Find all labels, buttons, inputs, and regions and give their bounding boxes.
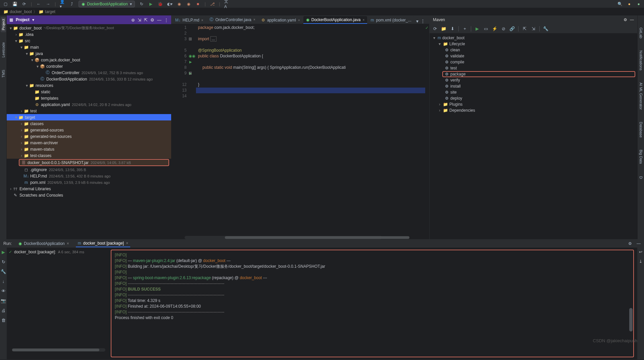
bigdata-tab[interactable]: Big Data — [638, 148, 644, 166]
tree-row[interactable]: ›📁.idea — [7, 31, 171, 38]
save-icon[interactable]: 💾 — [12, 1, 17, 7]
tree-row[interactable]: ▾📁src — [7, 38, 171, 44]
tree-row[interactable]: ▾📁resources — [7, 82, 171, 89]
download-icon[interactable]: ⬇ — [450, 26, 455, 31]
back-icon[interactable]: ← — [36, 1, 41, 7]
tab-appyaml[interactable]: ⚙application.yaml× — [259, 16, 303, 24]
refresh-run-icon[interactable]: ↻ — [139, 1, 144, 7]
tree-row[interactable]: ⚙application.yaml2024/6/9, 14:02, 20 B 2… — [7, 101, 171, 108]
collapse-icon[interactable]: ⇱ — [144, 17, 148, 22]
expand-icon[interactable]: ⇲ — [138, 17, 141, 22]
tree-row[interactable]: ▾📁java — [7, 50, 171, 57]
sync-icon[interactable]: ⟳ — [21, 1, 27, 7]
gear-icon[interactable]: ⚙ — [628, 241, 632, 246]
print-icon[interactable]: 🖨 — [1, 308, 6, 313]
expand-all-icon[interactable]: ⇲ — [531, 26, 536, 31]
avatar2-icon[interactable]: ● — [636, 1, 641, 7]
more-icon[interactable]: ⋮ — [164, 17, 168, 22]
tree-row[interactable]: ›📁classes — [7, 120, 171, 127]
forward-icon[interactable]: → — [45, 1, 51, 7]
reload-icon[interactable]: ⟳ — [432, 26, 438, 31]
maven-lifecycle[interactable]: ▾📁Lifecycle — [430, 41, 637, 47]
code-area[interactable]: 1235 6 7▶ 8 9▶ 121314 ⊞ ◉◉ ⊞ package com… — [171, 24, 429, 239]
close-icon[interactable]: × — [67, 241, 69, 246]
database-tab[interactable]: Database — [638, 120, 644, 140]
tree-row-target[interactable]: ▾📁target — [7, 114, 171, 120]
hide-icon[interactable]: — — [630, 17, 634, 22]
tab-dockerbootapp[interactable]: ◉DockerBootApplication.java× — [303, 16, 367, 24]
hide-icon[interactable]: — — [637, 241, 641, 246]
stop-icon[interactable]: ■ — [195, 1, 201, 7]
tab-ordercontroller[interactable]: ⒸOrderController.java× — [207, 15, 258, 24]
tree-row[interactable]: ›📁maven-archiver — [7, 140, 171, 146]
hide-icon[interactable]: — — [157, 17, 161, 22]
scroll-end-icon[interactable]: ⤓ — [639, 259, 642, 264]
close-icon[interactable]: × — [363, 18, 365, 22]
tree-row[interactable]: ›📁test — [7, 108, 171, 114]
debug-icon[interactable]: 🐞 — [158, 1, 163, 7]
d-tab[interactable]: D — [638, 174, 644, 181]
error-stripe[interactable]: ✓ — [425, 24, 429, 239]
close-icon[interactable]: × — [253, 18, 255, 21]
breadcrumb-path[interactable]: target — [45, 9, 55, 14]
tab-help[interactable]: M↓HELP.md× — [172, 16, 206, 24]
gear-icon[interactable]: ⚙ — [150, 17, 154, 22]
search-icon[interactable]: 🔍 — [617, 1, 623, 7]
toggle-offline-icon[interactable]: ⚡ — [492, 26, 497, 31]
tree-row[interactable]: ›📁test-classes — [7, 152, 171, 159]
attach2-icon[interactable]: ◉ — [186, 1, 191, 7]
add-icon[interactable]: + — [462, 26, 467, 31]
maven-phase-package[interactable]: ⚙package — [442, 71, 635, 77]
eye-icon[interactable]: 👁 — [1, 289, 6, 294]
camera-icon[interactable]: 📷 — [1, 298, 6, 303]
trash-icon[interactable]: 🗑 — [1, 318, 6, 323]
run-tab-package[interactable]: mdocker_boot [package]× — [76, 240, 130, 247]
run-maven-icon[interactable]: ▶ — [475, 26, 480, 31]
maven-phase-compile[interactable]: ⚙compile — [430, 59, 637, 65]
tree-row[interactable]: ◻.gitignore2024/6/9, 13:56, 395 B — [7, 166, 171, 173]
generate-icon[interactable]: 📁 — [441, 26, 446, 31]
project-tool-tab[interactable]: Project — [1, 17, 6, 32]
close-icon[interactable]: × — [298, 18, 300, 22]
close-icon[interactable]: × — [126, 241, 128, 246]
tree-row[interactable]: M↓HELP.md2024/6/9, 13:56, 432 B 8 minute… — [7, 173, 171, 179]
run-tab-app[interactable]: ◉DockerBootApplication× — [16, 240, 71, 247]
coverage-icon[interactable]: ◐▾ — [167, 1, 172, 7]
tab-pom[interactable]: mpom.xml (docker_... — [368, 16, 414, 24]
translate-icon[interactable]: 文A — [224, 1, 230, 7]
tree-row[interactable]: ›📁generated-test-sources — [7, 133, 171, 140]
maven-phase-test[interactable]: ⚙test — [430, 65, 637, 71]
down-icon[interactable]: ↓ — [2, 279, 5, 284]
show-deps-icon[interactable]: 🔗 — [509, 26, 515, 31]
avatar1-icon[interactable]: ● — [627, 1, 632, 7]
maven-phase-verify[interactable]: ⚙verify — [430, 77, 637, 83]
notifications-tab[interactable]: Notifications — [638, 48, 644, 72]
maven-root[interactable]: ▾mdocker_boot — [430, 35, 637, 41]
tree-row[interactable]: ⒸDockerBootApplication2024/6/9, 13:56, 3… — [7, 76, 171, 82]
tree-row[interactable]: ▾📦com.jack.docker_boot — [7, 57, 171, 63]
tms-tool-tab[interactable]: TMS — [1, 68, 6, 80]
execute-goal-icon[interactable]: ▭ — [483, 26, 489, 31]
tree-row[interactable]: ⒸOrderController2024/6/9, 14:02, 752 B 3… — [7, 69, 171, 76]
tree-row[interactable]: 📁templates — [7, 95, 171, 101]
user-icon[interactable]: 👤▾ — [60, 1, 65, 7]
tree-row[interactable]: ›📁generated-sources — [7, 127, 171, 133]
maven-phase-clean[interactable]: ⚙clean — [430, 47, 637, 53]
spring-gutter-icon[interactable]: ◉◉ — [189, 54, 195, 58]
settings-icon[interactable]: 🔧 — [543, 26, 548, 31]
maven-phase-deploy[interactable]: ⚙deploy — [430, 95, 637, 101]
tree-row[interactable]: ▾📦controller — [7, 63, 171, 69]
soft-wrap-icon[interactable]: ↩ — [639, 250, 642, 254]
code-content[interactable]: package com.jack.docker_boot; import ...… — [196, 24, 425, 239]
leetcode-tool-tab[interactable]: Leetcode — [1, 40, 6, 59]
git-icon[interactable]: ⎇ — [210, 1, 215, 7]
stop2-icon[interactable]: ↻ — [2, 259, 5, 264]
tree-row[interactable]: ✎Scratches and Consoles — [7, 192, 171, 198]
maven-phase-validate[interactable]: ⚙validate — [430, 53, 637, 59]
select-opened-icon[interactable]: ⊕ — [131, 17, 135, 22]
breadcrumb-root[interactable]: docker_boot — [10, 9, 32, 14]
rerun-icon[interactable]: ▶ — [2, 250, 5, 255]
tree-row[interactable]: ▾📁main — [7, 44, 171, 50]
maven-phase-install[interactable]: ⚙install — [430, 83, 637, 89]
tabs-overflow-icon[interactable]: ▾ — [416, 18, 418, 24]
